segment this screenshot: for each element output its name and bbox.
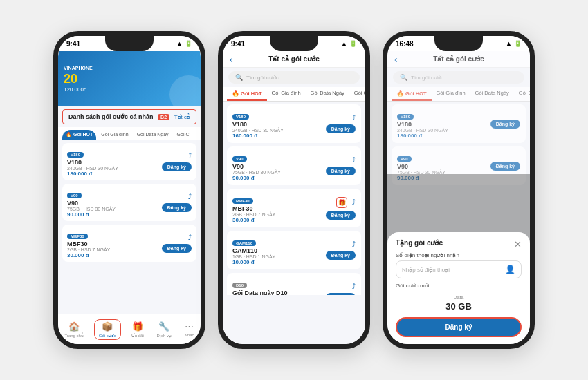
- modal-package-label: Gói cước mới: [396, 283, 522, 289]
- package-gam110-2: GAM110 GAM110 1GB · HSD 1 NGÀY 10.000 đ …: [227, 231, 361, 269]
- battery-icon: 🔋: [185, 40, 192, 47]
- modal-data-label: Data: [396, 295, 522, 300]
- header-2: ‹ Tất cả gói cước: [223, 51, 365, 68]
- more-icon-1: ⋯: [185, 321, 194, 332]
- pkg-name-v180-1: V180: [67, 159, 118, 166]
- header-title-2: Tất cả gói cước: [268, 55, 319, 63]
- status-bar-3: 16:48 ▲ 🔋: [387, 36, 530, 51]
- pkg-info-mbf30-2: MBF30 MBF30 2GB · HSD 7 NGÀY 30.000 đ: [232, 193, 326, 223]
- tab-other-3[interactable]: Gói C: [514, 87, 530, 101]
- search-placeholder-3: Tìm gói cước: [411, 75, 443, 81]
- search-bar-2[interactable]: 🔍 Tìm gói cước: [228, 71, 360, 84]
- share-icon-gam110-2[interactable]: ⤴: [352, 240, 356, 248]
- back-btn-3[interactable]: ‹: [394, 54, 398, 65]
- nav-packages-1[interactable]: 📦 Gói cước: [94, 319, 121, 340]
- pkg-price-mbf30-1: 30.000 đ: [67, 252, 110, 258]
- pkg-info-d10-2: D10 Gói Data ngày D10 1GB · HSD 1 NGÀY 1…: [232, 277, 326, 295]
- banner-circle: [169, 75, 201, 106]
- share-icon-d10-2[interactable]: ⤴: [352, 283, 356, 290]
- tab-other-1[interactable]: Gói C: [174, 130, 193, 140]
- gift-icon-mbf30-2[interactable]: 🎁: [336, 197, 347, 208]
- pkg-info-v180-1: V180 V180 240GB · HSD 30 NGÀY 180.000 đ: [67, 146, 118, 177]
- package-list-1: V180 V180 240GB · HSD 30 NGÀY 180.000 đ …: [58, 140, 201, 268]
- pkg-name-v90-3: V90: [397, 163, 490, 170]
- tab-family-2[interactable]: Gói Gia đình: [267, 87, 306, 101]
- pkg-desc-v180-3: 240GB · HSD 30 NGÀY: [397, 128, 490, 133]
- register-btn-gam110-2[interactable]: Đăng ký: [326, 251, 356, 260]
- hot-icon-3: 🔥: [396, 90, 404, 97]
- tab-hot-3[interactable]: 🔥 Gói HOT: [392, 87, 432, 101]
- status-bar-1: 9:41 ▲ 🔋: [58, 36, 201, 51]
- search-placeholder-2: Tìm gói cước: [246, 75, 279, 81]
- main-container: 9:41 ▲ 🔋 VINAPHONE 20 120.000đ D: [39, 17, 549, 363]
- tab-family-1[interactable]: Gói Gia đình: [98, 130, 131, 140]
- pkg-price-mbf30-2: 30.000 đ: [232, 217, 326, 223]
- pkg-desc-v90-1: 75GB · HSD 30 NGÀY: [67, 207, 116, 211]
- pkg-name-v180-2: V180: [232, 121, 326, 128]
- battery-icon-2: 🔋: [349, 40, 357, 47]
- share-icon-v180-2[interactable]: ⤴: [352, 114, 356, 122]
- tab-data-3[interactable]: Gói Data Ngày: [470, 87, 514, 101]
- package-mbf30-1: MBF30 MBF30 2GB · HSD 7 NGÀY 30.000 đ ⤴ …: [62, 225, 196, 262]
- status-bar-2: 9:41 ▲ 🔋: [223, 36, 365, 51]
- share-icon-v90-2[interactable]: ⤴: [352, 156, 356, 164]
- pkg-info-v90-1: V90 V90 75GB · HSD 30 NGÀY 90.000 đ: [67, 187, 116, 218]
- register-btn-mbf30-1[interactable]: Đăng ký: [162, 244, 192, 253]
- pkg-actions-d10-2: ⤴ Đăng ký: [326, 283, 356, 295]
- tab-hot-2[interactable]: 🔥 Gói HOT: [227, 87, 267, 101]
- tab-family-3[interactable]: Gói Gia đình: [432, 87, 470, 101]
- tab-bar-1: 🔥 Gói HOT Gói Gia đình Gói Data Ngày Gói…: [58, 127, 201, 140]
- wifi-icon-3: ▲: [506, 40, 512, 47]
- hot-icon-2: 🔥: [232, 90, 239, 97]
- pkg-desc-gam110-2: 1GB · HSD 1 NGÀY: [232, 254, 326, 259]
- tab-other-2[interactable]: Gói C: [349, 87, 365, 101]
- contact-icon[interactable]: 👤: [505, 265, 515, 274]
- section-all-link[interactable]: Tất cả: [174, 114, 190, 120]
- phone-3-screen: 16:48 ▲ 🔋 ‹ Tất cả gói cước 🔍 Tìm gói cư…: [387, 36, 530, 344]
- modal-close-btn[interactable]: ✕: [514, 239, 522, 249]
- nav-services-1[interactable]: 🔧 Dịch vụ: [154, 320, 174, 339]
- nav-home-1[interactable]: 🏠 Trang chủ: [62, 320, 86, 339]
- share-icon-mbf30-2[interactable]: ⤴: [352, 198, 356, 206]
- pkg-price-v180-2: 160.000 đ: [232, 133, 326, 139]
- pkg-badge-v180-3: V180: [397, 114, 414, 120]
- register-btn-v180-1[interactable]: Đăng ký: [162, 162, 192, 171]
- status-icons-2: ▲ 🔋: [341, 40, 357, 47]
- share-icon-mbf30-1[interactable]: ⤴: [188, 234, 192, 241]
- modal-phone-input[interactable]: Nhập số điện thoại 👤: [396, 260, 522, 278]
- register-btn-v90-3[interactable]: Đăng ký: [490, 162, 520, 171]
- modal-register-btn[interactable]: Đăng ký: [396, 317, 522, 337]
- offers-icon-1: 🎁: [132, 321, 143, 332]
- pkg-desc-mbf30-1: 2GB · HSD 7 NGÀY: [67, 247, 110, 252]
- banner-label: VINAPHONE: [64, 65, 93, 71]
- register-btn-mbf30-2[interactable]: Đăng ký: [326, 211, 356, 220]
- register-btn-v180-3[interactable]: Đăng ký: [490, 120, 520, 129]
- modal-input-placeholder: Nhập số điện thoại: [402, 267, 450, 273]
- back-btn-2[interactable]: ‹: [230, 54, 233, 65]
- tab-data-2[interactable]: Gói Data Ngày: [306, 87, 349, 101]
- register-btn-v90-2[interactable]: Đăng ký: [326, 167, 356, 175]
- pkg-name-v90-2: V90: [232, 163, 326, 170]
- pkg-actions-mbf30-1: ⤴ Đăng ký: [162, 234, 192, 253]
- phone-2-screen: 9:41 ▲ 🔋 ‹ Tất cả gói cước 🔍 Tìm gói cướ…: [223, 36, 365, 344]
- tab-hot-1[interactable]: 🔥 Gói HOT: [62, 130, 96, 140]
- p3-background: ‹ Tất cả gói cước 🔍 Tìm gói cước 🔥 Gói H…: [387, 51, 530, 191]
- section-title: Danh sách gói cước cá nhân: [68, 113, 154, 120]
- share-icon-v180-1[interactable]: ⤴: [188, 152, 192, 160]
- register-btn-v90-1[interactable]: Đăng ký: [162, 203, 192, 212]
- phone-1: 9:41 ▲ 🔋 VINAPHONE 20 120.000đ D: [53, 31, 205, 349]
- tab-data-1[interactable]: Gói Data Ngày: [134, 130, 172, 140]
- register-btn-d10-2[interactable]: Đăng ký: [326, 293, 356, 295]
- search-bar-3[interactable]: 🔍 Tìm gói cước: [393, 71, 524, 84]
- pkg-badge-v180-1: V180: [67, 152, 84, 158]
- nav-more-1[interactable]: ⋯ Khác: [182, 320, 197, 339]
- package-v90-2: V90 V90 75GB · HSD 30 NGÀY 90.000 đ ⤴ Đă…: [227, 146, 361, 185]
- pkg-info-gam110-2: GAM110 GAM110 1GB · HSD 1 NGÀY 10.000 đ: [232, 235, 326, 265]
- share-icon-v90-1[interactable]: ⤴: [188, 193, 192, 200]
- time-3: 16:48: [396, 40, 414, 48]
- nav-offers-1[interactable]: 🎁 Ưu đãi: [129, 320, 147, 339]
- pkg-info-mbf30-1: MBF30 MBF30 2GB · HSD 7 NGÀY 30.000 đ: [67, 228, 110, 258]
- register-btn-v180-2[interactable]: Đăng ký: [326, 124, 356, 133]
- bottom-nav-1: 🏠 Trang chủ 📦 Gói cước 🎁 Ưu đãi 🔧 Dịch v…: [58, 314, 201, 344]
- phone-2: 9:41 ▲ 🔋 ‹ Tất cả gói cước 🔍 Tìm gói cướ…: [218, 31, 370, 349]
